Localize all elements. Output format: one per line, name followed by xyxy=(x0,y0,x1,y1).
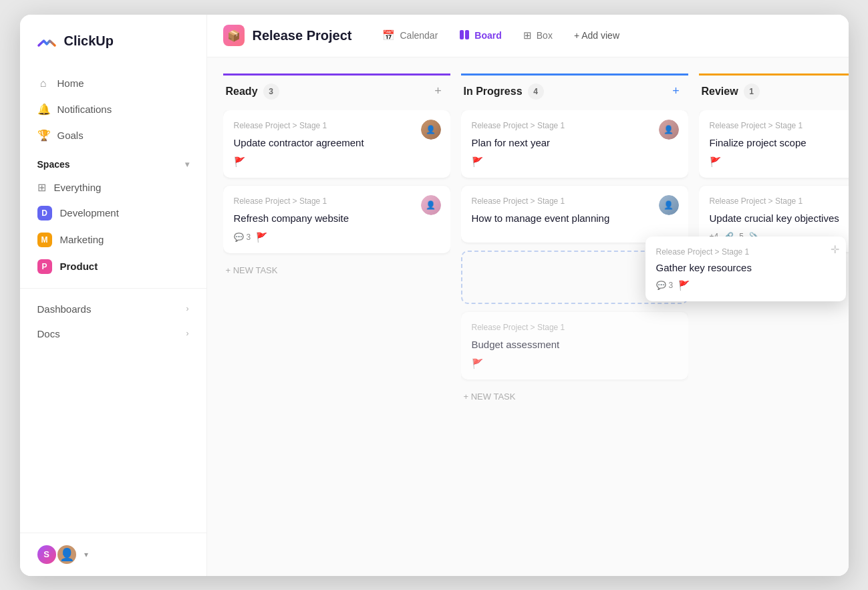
product-dot: P xyxy=(37,259,52,274)
svg-rect-0 xyxy=(460,30,464,39)
tab-box-label: Box xyxy=(537,30,553,41)
space-development-label: Development xyxy=(60,207,119,218)
space-item-product[interactable]: P Product xyxy=(28,253,198,280)
sidebar-item-docs[interactable]: Docs › xyxy=(20,321,206,346)
add-view-button[interactable]: + Add view xyxy=(565,25,629,46)
avatar-s[interactable]: S xyxy=(36,544,57,565)
card-7-meta: Release Project > Stage 1 xyxy=(710,196,849,206)
ready-new-task-label: + NEW TASK xyxy=(226,265,278,275)
sidebar-item-notifications-label: Notifications xyxy=(57,104,112,115)
card-update-contractor[interactable]: Release Project > Stage 1 Update contrac… xyxy=(223,110,450,178)
column-header-ready: Ready 3 + xyxy=(223,73,450,110)
spaces-chevron-icon: ▾ xyxy=(185,160,189,169)
card-1-avatar: 👤 xyxy=(421,120,441,140)
card-4-meta: Release Project > Stage 1 xyxy=(472,196,678,206)
person-icon-3: 👤 xyxy=(664,125,674,134)
floating-comment-count: 3 xyxy=(669,281,674,290)
card-plan-next-year[interactable]: Release Project > Stage 1 Plan for next … xyxy=(461,110,688,178)
dashboards-label: Dashboards xyxy=(37,303,92,315)
card-6-footer: 🚩 xyxy=(710,156,849,167)
marketing-dot: M xyxy=(37,233,52,247)
app-window: ClickUp ⌂ Home 🔔 Notifications 🏆 Goals S… xyxy=(20,15,849,576)
card-6-meta: Release Project > Stage 1 xyxy=(710,121,849,130)
view-tabs: 📅 Calendar Board ⊞ Box xyxy=(373,24,629,47)
main-content: 📦 Release Project 📅 Calendar Board xyxy=(207,15,849,576)
column-in-progress-title: In Progress xyxy=(464,86,523,98)
in-progress-new-task-button[interactable]: + NEW TASK xyxy=(461,385,688,408)
docs-label: Docs xyxy=(37,328,60,339)
space-item-everything[interactable]: ⊞ Everything xyxy=(28,175,198,200)
card-5-meta: Release Project > Stage 1 xyxy=(472,323,678,332)
column-in-progress-count: 4 xyxy=(528,84,544,100)
space-item-development[interactable]: D Development xyxy=(28,200,198,227)
column-review-count: 1 xyxy=(744,84,760,100)
card-3-avatar: 👤 xyxy=(659,120,679,140)
card-3-title: Plan for next year xyxy=(472,136,678,150)
tab-board-label: Board xyxy=(474,30,501,41)
clickup-logo-icon xyxy=(36,31,57,52)
project-icon: 📦 xyxy=(223,25,245,46)
card-2-avatar: 👤 xyxy=(421,195,441,215)
card-6-flag-icon: 🚩 xyxy=(710,156,721,167)
card-7-title: Update crucial key objectives xyxy=(710,211,849,225)
ready-new-task-button[interactable]: + NEW TASK xyxy=(223,259,450,282)
card-finalize-scope[interactable]: Release Project > Stage 1 Finalize proje… xyxy=(699,110,849,178)
sidebar-item-notifications[interactable]: 🔔 Notifications xyxy=(28,96,198,122)
card-refresh-website[interactable]: Release Project > Stage 1 Refresh compan… xyxy=(223,186,450,253)
dashboards-chevron-icon: › xyxy=(186,304,189,313)
sidebar-bottom: S 👤 ▾ xyxy=(20,533,206,576)
user-menu-chevron-icon[interactable]: ▾ xyxy=(84,550,88,559)
floating-card-comments: 💬 3 xyxy=(656,281,674,290)
calendar-icon: 📅 xyxy=(382,29,395,41)
column-ready-add-button[interactable]: + xyxy=(429,82,448,101)
tab-board[interactable]: Board xyxy=(450,24,511,47)
card-2-comment-count: 3 xyxy=(247,233,251,242)
column-in-progress-add-button[interactable]: + xyxy=(667,82,686,101)
person-icon: 👤 xyxy=(426,125,436,134)
spaces-label: Spaces xyxy=(37,159,70,170)
cards-ready: Release Project > Stage 1 Update contrac… xyxy=(223,110,450,259)
development-dot: D xyxy=(37,206,52,220)
spaces-list: ⊞ Everything D Development M Marketing P… xyxy=(20,175,206,280)
floating-card[interactable]: ✛ Release Project > Stage 1 Gather key r… xyxy=(645,237,846,301)
card-4-title: How to manage event planning xyxy=(472,211,678,225)
column-review-title: Review xyxy=(702,86,738,98)
card-2-meta: Release Project > Stage 1 xyxy=(234,196,440,206)
in-progress-new-task-label: + NEW TASK xyxy=(464,392,516,402)
tab-box[interactable]: ⊞ Box xyxy=(514,24,562,47)
box-icon: ⊞ xyxy=(523,29,532,41)
board-area: Ready 3 + Release Project > Stage 1 Upda… xyxy=(207,57,849,576)
drag-handle-icon[interactable]: ✛ xyxy=(831,243,839,256)
project-title: Release Project xyxy=(253,28,352,43)
sidebar-item-home[interactable]: ⌂ Home xyxy=(28,71,198,96)
card-6-title: Finalize project scope xyxy=(710,136,849,150)
column-review: Review 1 + Release Project > Stage 1 Fin… xyxy=(699,73,849,257)
card-3-footer: 🚩 xyxy=(472,156,678,167)
card-2-comments: 💬 3 xyxy=(234,233,251,242)
card-budget-assessment[interactable]: Release Project > Stage 1 Budget assessm… xyxy=(461,312,688,380)
home-icon: ⌂ xyxy=(37,78,49,90)
tab-calendar[interactable]: 📅 Calendar xyxy=(373,24,447,47)
sidebar-item-goals[interactable]: 🏆 Goals xyxy=(28,122,198,148)
card-5-flag-icon: 🚩 xyxy=(472,358,483,369)
column-header-review: Review 1 + xyxy=(699,73,849,110)
floating-card-title: Gather key resources xyxy=(656,262,835,273)
card-1-footer: 🚩 xyxy=(234,156,440,167)
sidebar-item-home-label: Home xyxy=(57,78,84,89)
column-ready-count: 3 xyxy=(263,84,279,100)
space-item-marketing[interactable]: M Marketing xyxy=(28,227,198,253)
app-name: ClickUp xyxy=(64,33,114,49)
card-5-title: Budget assessment xyxy=(472,337,678,351)
avatar-face[interactable]: 👤 xyxy=(56,544,78,565)
sidebar-item-dashboards[interactable]: Dashboards › xyxy=(20,297,206,321)
card-manage-event[interactable]: Release Project > Stage 1 How to manage … xyxy=(461,186,688,243)
space-everything-label: Everything xyxy=(54,182,102,193)
logo-area: ClickUp xyxy=(20,31,206,71)
space-product-label: Product xyxy=(60,261,98,272)
sidebar-item-goals-label: Goals xyxy=(57,130,84,141)
floating-card-meta: Release Project > Stage 1 xyxy=(656,247,835,257)
column-ready-title: Ready xyxy=(226,86,258,98)
card-2-title: Refresh company website xyxy=(234,211,440,225)
comment-icon: 💬 xyxy=(234,233,244,242)
board-wrapper: Ready 3 + Release Project > Stage 1 Upda… xyxy=(223,73,849,408)
